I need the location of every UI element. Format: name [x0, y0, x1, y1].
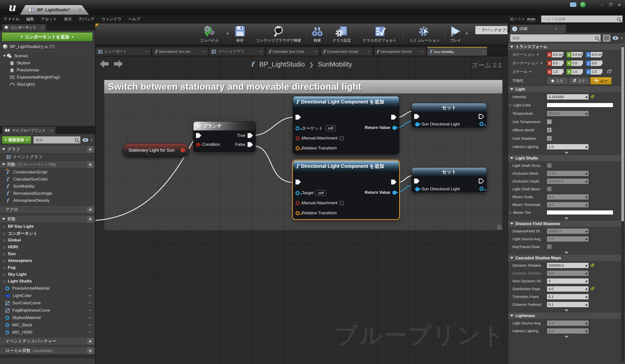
- exec-out-pin[interactable]: [391, 115, 397, 120]
- axis-value-y[interactable]: Y1.0◢: [566, 69, 583, 75]
- color-swatch[interactable]: [547, 210, 613, 215]
- details-search[interactable]: [510, 34, 601, 42]
- manual-attachment-pin[interactable]: [295, 201, 300, 205]
- axis-value-x[interactable]: X0.0◢: [547, 60, 564, 66]
- transform-section-header[interactable]: トランスフォーム: [508, 43, 625, 50]
- mobility-option-1[interactable]: ステ: [568, 77, 590, 85]
- tab-close-icon[interactable]: ✕: [366, 50, 370, 53]
- menu-item-2[interactable]: アセット: [38, 15, 61, 24]
- value-field[interactable]: 1.0◢: [547, 320, 589, 326]
- toolbar-button-compile[interactable]: コンパイル: [193, 25, 225, 43]
- chevron-down-icon[interactable]: ▼: [90, 138, 93, 141]
- toolbar-button-class-defaults[interactable]: クラスのデフォルト: [357, 25, 403, 43]
- node-stationary-light-getter[interactable]: Stationary Light for Sun: [122, 143, 189, 157]
- value-field[interactable]: 0.1◢: [547, 294, 589, 300]
- component-item-ExponentialHeightFog1[interactable]: ExponentialHeightFog1: [0, 74, 95, 81]
- node-set-sun-directional-light-1[interactable]: セット Sun Directional Light: [411, 103, 487, 127]
- axis-value-y[interactable]: Y0.0 cm◢: [566, 52, 583, 58]
- graph-canvas[interactable]: f BP_LightStudio ❯ SunMobility ズーム 1:1 ブ…: [95, 56, 508, 364]
- component-item-Skybox[interactable]: Skybox: [0, 60, 95, 66]
- add-new-button[interactable]: +新規追加▼: [2, 136, 31, 144]
- component-self-item[interactable]: BP_LightStudio(セルフ): [0, 43, 95, 50]
- chat-bubble-icon[interactable]: [570, 2, 576, 7]
- add-variable-button[interactable]: +: [87, 216, 94, 222]
- variable-item-FogBrightnessCurve[interactable]: FogBrightnessCurve~: [0, 307, 95, 314]
- component-item-Scene1[interactable]: Scene1: [0, 52, 95, 60]
- collapsed-icon[interactable]: ▷: [3, 252, 6, 256]
- exec-in-pin[interactable]: [414, 114, 420, 119]
- variable-item-SunColorCurve[interactable]: SunColorCurve~: [0, 300, 95, 307]
- scrollbar-thumb[interactable]: [621, 47, 624, 221]
- object-out-pin[interactable]: [479, 122, 484, 126]
- menu-item-1[interactable]: 編集: [23, 15, 38, 24]
- value-field[interactable]: 0.2◢: [547, 194, 589, 200]
- chevron-down-icon[interactable]: ▼: [536, 53, 539, 56]
- object-out-pin[interactable]: [479, 187, 484, 191]
- component-item-SkyLight1[interactable]: SkyLight1: [0, 81, 95, 88]
- add-local-variable-button[interactable]: +: [87, 348, 94, 354]
- tab-close-icon[interactable]: ✕: [144, 50, 149, 53]
- macros-section-header[interactable]: マクロ +: [0, 206, 95, 213]
- help-search-input[interactable]: [543, 17, 617, 21]
- value-field[interactable]: 1.0◢: [547, 236, 589, 242]
- menu-item-4[interactable]: デバッグ: [75, 15, 98, 24]
- variable-visibility-icon[interactable]: ~: [88, 315, 92, 321]
- node-add-directional-light-1[interactable]: f Directional Light Component を追加 ターゲット …: [293, 96, 399, 154]
- components-tab[interactable]: コンポーネント ✕: [2, 24, 46, 30]
- section-expander[interactable]: [508, 216, 625, 220]
- axis-value-z[interactable]: Z0.0◢: [586, 60, 603, 66]
- section-expander[interactable]: [508, 251, 625, 254]
- node-branch[interactable]: ↻ ブランチ Condition True False: [193, 121, 256, 152]
- revert-icon[interactable]: ↺: [590, 95, 594, 99]
- tab-close-icon[interactable]: ✕: [312, 50, 317, 53]
- graph-tab-0[interactable]: ビューポート✕: [95, 47, 151, 56]
- visibility-filter-icon[interactable]: [613, 36, 618, 40]
- value-field[interactable]: 1.0◢: [547, 144, 589, 150]
- exec-in-pin[interactable]: [295, 115, 301, 120]
- value-field[interactable]: 0.0◢: [547, 202, 589, 208]
- collapsed-icon[interactable]: ▷: [3, 259, 6, 263]
- local-variables-section-header[interactable]: ローカル変数 (SunMobility) +: [0, 347, 95, 355]
- section-expander[interactable]: [508, 335, 625, 338]
- function-item-SunMobility[interactable]: fSunMobility: [0, 183, 95, 190]
- menu-item-0[interactable]: ファイル: [0, 15, 23, 24]
- node-add-directional-light-2[interactable]: f Directional Light Component を追加 Target…: [293, 160, 399, 219]
- variable-category-3[interactable]: ▷HDRI: [0, 244, 95, 250]
- parent-class-link[interactable]: Actor: [527, 17, 535, 22]
- exec-out-pin[interactable]: [479, 179, 484, 183]
- tab-close-icon[interactable]: ✕: [41, 26, 44, 29]
- event-graph-item[interactable]: イベントグラフ: [0, 153, 95, 160]
- variable-item-MIC_Black[interactable]: MIC_Black~: [0, 321, 95, 329]
- toolbar-button-class-settings[interactable]: クラス設定: [328, 25, 355, 43]
- document-tab[interactable]: BP_LightStudio* ✕: [20, 5, 89, 15]
- property-matrix-icon[interactable]: [603, 34, 611, 42]
- graph-tab-6[interactable]: fSun Mobility✕: [427, 47, 487, 56]
- object-in-pin[interactable]: [415, 122, 419, 126]
- checkbox[interactable]: [547, 163, 552, 168]
- collapsed-icon[interactable]: ▷: [3, 225, 6, 228]
- relative-transform-pin[interactable]: [295, 146, 300, 151]
- condition-pin[interactable]: [196, 143, 200, 147]
- revert-icon[interactable]: ↺: [590, 263, 594, 268]
- toolbar-button-simulate[interactable]: シミュレーション: [406, 25, 444, 43]
- my-blueprint-search[interactable]: [33, 136, 80, 144]
- chevron-down-icon[interactable]: ▼: [529, 70, 531, 73]
- variable-visibility-icon[interactable]: ~: [88, 322, 92, 328]
- manual-attachment-checkbox[interactable]: [340, 136, 344, 140]
- collapsed-icon[interactable]: ▷: [3, 266, 6, 270]
- axis-value-x[interactable]: X1.0◢: [547, 69, 564, 75]
- exec-in-pin[interactable]: [295, 180, 301, 184]
- variable-category-8[interactable]: ▷Light Shafts: [0, 278, 95, 285]
- tab-close-icon[interactable]: ✕: [554, 27, 558, 31]
- graph-tab-1[interactable]: fNormalized Sun An✕: [152, 47, 208, 56]
- functions-section-header[interactable]: 関数 (21 オーバーライド可能) +: [0, 160, 95, 169]
- add-dispatcher-button[interactable]: +: [87, 338, 94, 344]
- toolbar-button-binoculars[interactable]: 検索: [309, 25, 326, 43]
- launcher-icon[interactable]: [580, 2, 586, 7]
- dropdown-arrow-icon[interactable]: ▼: [465, 32, 468, 35]
- variable-category-4[interactable]: ▷Sun: [0, 250, 95, 257]
- target-pin[interactable]: [295, 126, 300, 130]
- component-item-PrevisArrow[interactable]: PrevisArrow: [0, 66, 95, 74]
- relative-transform-pin[interactable]: [295, 211, 300, 215]
- add-macro-button[interactable]: +: [87, 207, 94, 213]
